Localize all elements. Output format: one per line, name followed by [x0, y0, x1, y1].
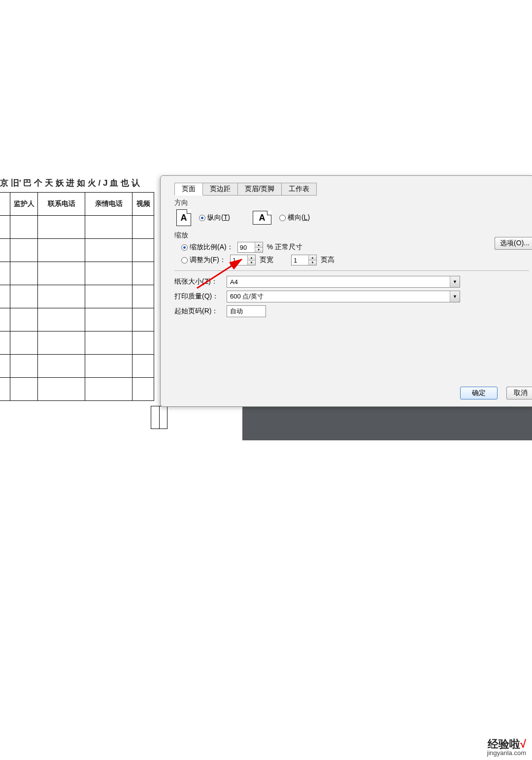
col-header: 视频: [133, 193, 154, 216]
landscape-icon: A: [253, 211, 271, 225]
paper-size-value: A4: [227, 278, 450, 286]
print-quality-select[interactable]: 600 点/英寸 ▼: [227, 291, 460, 302]
zoom-ratio-label: 缩放比例(A)：: [190, 243, 233, 252]
print-quality-value: 600 点/英寸: [227, 292, 450, 301]
radio-landscape-label: 横向(L): [288, 213, 310, 222]
paper-size-label: 纸张大小(Z)：: [174, 277, 222, 286]
page-setup-dialog: 页面 页边距 页眉/页脚 工作表 方向 A 纵向(T) A 横向(L) 缩放 缩…: [160, 175, 532, 407]
dialog-tabs: 页面 页边距 页眉/页脚 工作表: [174, 183, 532, 196]
first-page-input[interactable]: [227, 305, 266, 317]
col-header: 亲情电话: [85, 193, 133, 216]
tab-page[interactable]: 页面: [174, 183, 203, 196]
radio-fit-to[interactable]: 调整为(F)：: [181, 256, 226, 264]
check-icon: √: [520, 738, 526, 750]
zoom-group-label: 缩放: [174, 231, 532, 240]
portrait-icon: A: [176, 209, 191, 226]
ok-button[interactable]: 确定: [460, 387, 498, 399]
table-row: [0, 239, 154, 262]
table-row: [0, 285, 154, 308]
fit-wide-input[interactable]: [231, 255, 247, 265]
table-row: [0, 216, 154, 239]
col-header: 监护人: [10, 193, 38, 216]
sheet-title: 京 旧' 巴 个 天 妖 进 如 火 / J 血 也 认: [0, 177, 140, 189]
fit-tall-spinner[interactable]: ▲▼: [291, 255, 317, 265]
chevron-down-icon[interactable]: ▼: [450, 291, 460, 302]
table-row: 监护人 联系电话 亲情电话 视频: [0, 193, 154, 216]
fit-wide-label: 页宽: [260, 256, 273, 264]
spin-up-icon[interactable]: ▲: [248, 255, 255, 261]
sheet-extra: [151, 406, 167, 429]
zoom-ratio-input[interactable]: [238, 242, 255, 252]
cancel-button[interactable]: 取消: [506, 387, 532, 399]
watermark-text: 经验啦: [488, 738, 520, 750]
tab-worksheet[interactable]: 工作表: [281, 183, 317, 196]
divider: [174, 270, 529, 271]
fit-tall-input[interactable]: [292, 255, 308, 265]
options-button[interactable]: 选项(O)...: [495, 237, 532, 250]
fit-label: 调整为(F)：: [190, 256, 226, 264]
table-row: [0, 355, 154, 378]
zoom-ratio-spinner[interactable]: ▲▼: [237, 242, 263, 253]
table-row: [0, 308, 154, 331]
fit-tall-label: 页高: [321, 256, 334, 264]
tab-header-footer[interactable]: 页眉/页脚: [237, 183, 282, 196]
chevron-down-icon[interactable]: ▼: [450, 276, 460, 287]
spin-up-icon[interactable]: ▲: [255, 242, 263, 248]
first-page-label: 起始页码(R)：: [174, 307, 222, 316]
table-row: [0, 378, 154, 401]
sheet-table: 监护人 联系电话 亲情电话 视频: [0, 192, 154, 401]
tab-margins[interactable]: 页边距: [202, 183, 238, 196]
background-strip: [242, 406, 532, 440]
radio-landscape[interactable]: 横向(L): [279, 213, 310, 222]
col-header: 联系电话: [38, 193, 85, 216]
spin-down-icon[interactable]: ▼: [248, 261, 255, 265]
table-row: [0, 262, 154, 285]
spreadsheet-preview: 京 旧' 巴 个 天 妖 进 如 火 / J 血 也 认 监护人 联系电话 亲情…: [0, 177, 167, 424]
spin-up-icon[interactable]: ▲: [309, 255, 316, 261]
table-row: [0, 331, 154, 355]
radio-portrait-label: 纵向(T): [207, 213, 230, 222]
paper-size-select[interactable]: A4 ▼: [227, 276, 460, 288]
watermark-domain: jingyanla.com: [487, 750, 527, 756]
spin-down-icon[interactable]: ▼: [309, 261, 316, 265]
orientation-group-label: 方向: [174, 198, 532, 207]
radio-portrait[interactable]: 纵向(T): [199, 213, 230, 222]
watermark: 经验啦√ jingyanla.com: [487, 739, 527, 756]
spin-down-icon[interactable]: ▼: [255, 248, 263, 253]
print-quality-label: 打印质量(Q)：: [174, 292, 222, 301]
radio-zoom-ratio[interactable]: 缩放比例(A)：: [181, 243, 233, 252]
fit-wide-spinner[interactable]: ▲▼: [230, 255, 256, 265]
col-header: [0, 193, 10, 216]
zoom-suffix: % 正常尺寸: [267, 243, 302, 252]
